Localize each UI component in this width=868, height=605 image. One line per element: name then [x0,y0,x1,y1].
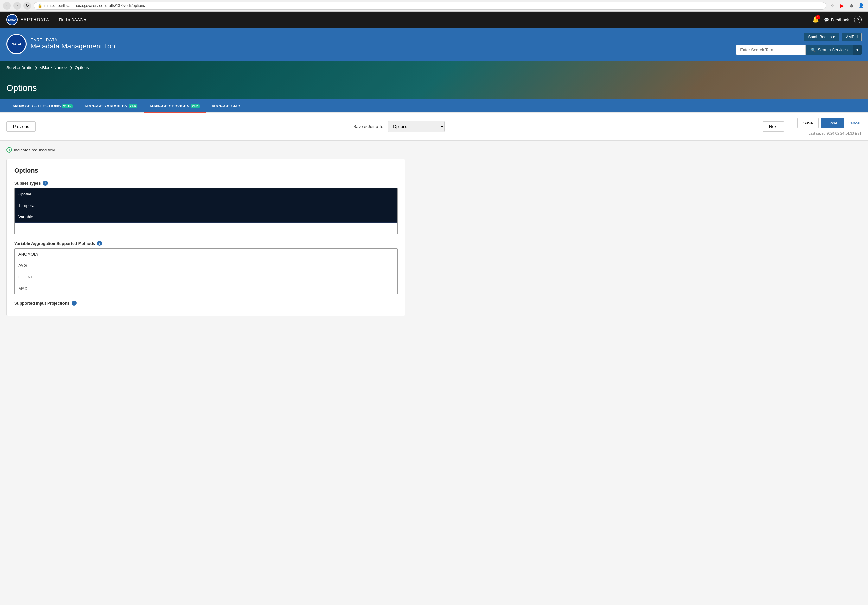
hero-area: Service Drafts ❯ <Blank Name> ❯ Options … [0,62,868,99]
form-card: Options Subset Types i Spatial Temporal … [6,159,406,316]
cancel-button[interactable]: Cancel [846,118,862,128]
logo-area: NASA EARTHDATA [6,14,49,25]
header-right: Sarah Rogers ▾ MMT_1 🔍 Search Services ▾ [736,33,862,55]
next-button[interactable]: Next [763,121,784,132]
jump-to-select[interactable]: Options Service Information Service Orga… [388,121,445,132]
forward-button[interactable]: → [13,2,21,9]
browser-icons: ☆ ▶ ⊕ 👤 [829,2,865,9]
toolbar: Previous Save & Jump To: Options Service… [0,113,868,141]
subset-type-empty-row[interactable] [15,223,397,234]
aggregation-count[interactable]: COUNT [15,271,397,283]
variable-aggregation-info-icon[interactable]: i [97,241,102,246]
save-jump-label: Save & Jump To: [353,124,384,129]
profile-icon[interactable]: 👤 [857,2,865,9]
aggregation-avg[interactable]: AVG [15,260,397,271]
header-band: NASA EARTHDATA Metadata Management Tool … [0,28,868,62]
subset-types-listbox[interactable]: Spatial Temporal Variable [14,188,398,234]
breadcrumb-arrow-1: ❯ [35,66,37,69]
breadcrumb-blank-name[interactable]: <Blank Name> [40,65,67,70]
youtube-icon[interactable]: ▶ [838,2,846,9]
search-services-button[interactable]: 🔍 Search Services [806,45,853,55]
user-controls: Sarah Rogers ▾ MMT_1 [804,33,862,42]
services-version-badge: v1.2 [191,104,200,108]
last-saved-text: Last saved 2020-02-24 14:33 EST [808,132,862,135]
notification-button[interactable]: 🔔 1 [812,16,819,23]
header-left: NASA EARTHDATA Metadata Management Tool [6,34,116,54]
tab-manage-services[interactable]: MANAGE SERVICES v1.2 [144,99,206,113]
variable-aggregation-listbox[interactable]: ANOMOLY AVG COUNT MAX [14,248,398,294]
notification-badge: 1 [816,15,820,19]
search-icon: 🔍 [811,48,816,52]
browser-chrome: ← → ↻ 🔒 mmt.sit.earthdata.nasa.gov/servi… [0,0,868,12]
toolbar-right: Save Done Cancel Last saved 2020-02-24 1… [797,118,862,135]
required-text: Indicates required field [14,147,56,152]
feedback-icon: 💬 [824,17,829,22]
header-title-block: EARTHDATA Metadata Management Tool [30,37,116,50]
earthdata-header-title: EARTHDATA [30,37,116,42]
tab-manage-variables[interactable]: MANAGE VARIABLES v1.6 [79,99,144,112]
variable-aggregation-label: Variable Aggregation Supported Methods i [14,241,398,246]
search-area: 🔍 Search Services ▾ [736,45,862,55]
toolbar-divider-1 [42,120,42,133]
subset-types-info-icon[interactable]: i [43,180,48,186]
nav-tabs: MANAGE COLLECTIONS v1.15 MANAGE VARIABLE… [0,99,868,113]
page-title: Options [6,83,37,93]
star-button[interactable]: ☆ [829,2,836,9]
refresh-button[interactable]: ↻ [23,2,31,9]
back-button[interactable]: ← [3,2,11,9]
jump-to-area: Save & Jump To: Options Service Informat… [49,121,750,132]
nasa-logo-large: NASA [6,34,26,54]
main-content: i Indicates required field Options Subse… [0,141,412,323]
earthdata-brand: EARTHDATA [20,17,49,22]
top-nav-right: 🔔 1 💬 Feedback ? [812,16,862,23]
breadcrumb-service-drafts[interactable]: Service Drafts [6,65,32,70]
url-text: mmt.sit.earthdata.nasa.gov/service_draft… [44,3,145,8]
aggregation-max[interactable]: MAX [15,283,397,294]
user-menu-button[interactable]: Sarah Rogers ▾ [804,33,839,41]
toolbar-divider-2 [756,120,756,133]
subset-type-spatial[interactable]: Spatial [15,188,397,200]
address-bar: 🔒 mmt.sit.earthdata.nasa.gov/service_dra… [34,2,826,9]
done-button[interactable]: Done [821,118,843,128]
lock-icon: 🔒 [38,3,42,8]
variables-version-badge: v1.6 [129,104,138,108]
required-note: i Indicates required field [6,147,406,153]
breadcrumb-arrow-2: ❯ [70,66,72,69]
search-dropdown-button[interactable]: ▾ [853,45,862,55]
top-navigation: NASA EARTHDATA Find a DAAC ▾ 🔔 1 💬 Feedb… [0,12,868,28]
feedback-button[interactable]: 💬 Feedback [824,17,849,22]
breadcrumb-options: Options [75,65,89,70]
subset-types-label: Subset Types i [14,180,398,186]
subset-type-temporal[interactable]: Temporal [15,200,397,211]
save-button[interactable]: Save [797,118,819,128]
form-card-title: Options [14,167,398,174]
toolbar-actions: Save Done Cancel [797,118,862,128]
supported-input-projections-label: Supported Input Projections i [14,301,398,306]
previous-button[interactable]: Previous [6,121,36,132]
required-icon: i [6,147,12,153]
find-daac-button[interactable]: Find a DAAC ▾ [59,17,86,22]
tool-name: Metadata Management Tool [30,42,116,50]
collections-version-badge: v1.15 [62,104,73,108]
tab-manage-collections[interactable]: MANAGE COLLECTIONS v1.15 [6,99,79,112]
breadcrumb: Service Drafts ❯ <Blank Name> ❯ Options [6,65,89,70]
nasa-logo: NASA [6,14,18,25]
mmt-badge: MMT_1 [842,33,862,42]
subset-type-variable[interactable]: Variable [15,211,397,223]
hero-overlay [0,62,868,99]
help-button[interactable]: ? [854,16,862,23]
search-input[interactable] [736,45,806,55]
tab-manage-cmr[interactable]: MANAGE CMR [206,99,247,112]
extensions-icon[interactable]: ⊕ [848,2,855,9]
supported-projections-info-icon[interactable]: i [71,301,77,306]
aggregation-anomoly[interactable]: ANOMOLY [15,249,397,260]
